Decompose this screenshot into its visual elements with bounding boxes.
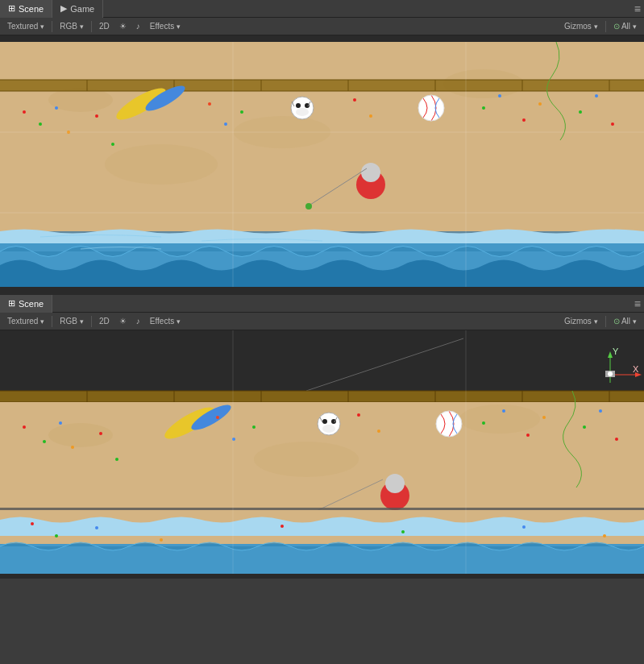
effects-dropdown-1[interactable]: Effects (146, 20, 185, 32)
svg-point-87 (59, 421, 62, 425)
tab-bar-2: ⊞ Scene ≡ (0, 295, 644, 313)
svg-point-30 (208, 102, 211, 106)
svg-point-114 (401, 530, 405, 533)
toggle-2d-2[interactable]: 2D (95, 315, 114, 327)
layers-dropdown-1[interactable]: ⊙ All (609, 20, 641, 32)
scene-icon-2: ⊞ (8, 298, 15, 309)
svg-point-111 (95, 526, 98, 529)
sep-1b (91, 21, 92, 32)
tab-scene-label-2: Scene (19, 299, 44, 309)
svg-point-112 (160, 538, 163, 542)
channel-dropdown-1[interactable]: RGB (56, 20, 88, 32)
svg-point-25 (39, 122, 42, 126)
svg-point-97 (502, 409, 505, 413)
gizmos-dropdown-1[interactable]: Gizmos (560, 20, 602, 32)
svg-point-75 (254, 442, 359, 477)
svg-point-88 (71, 446, 74, 449)
svg-rect-63 (0, 391, 644, 402)
scene-viewport-2[interactable]: Y X ← Persh (0, 330, 644, 580)
svg-point-38 (538, 102, 542, 106)
svg-point-21 (296, 108, 309, 116)
svg-point-41 (611, 122, 614, 126)
scene-panel-1: ⊞ Scene ▶ Game ≡ Textured RGB 2D ☀ ♪ Eff (0, 0, 644, 298)
svg-point-24 (23, 110, 26, 114)
beach-scene-2: Y X ← Persh (0, 330, 644, 580)
tab-game-1[interactable]: ▶ Game (52, 0, 103, 18)
gizmos-dropdown-2[interactable]: Gizmos (560, 315, 602, 327)
svg-text:Y: Y (613, 347, 619, 356)
svg-point-90 (115, 458, 118, 461)
scene-viewport-1[interactable] (0, 35, 644, 293)
svg-point-40 (595, 94, 598, 98)
svg-point-100 (583, 425, 586, 429)
svg-point-98 (526, 434, 530, 437)
svg-point-32 (240, 110, 243, 114)
svg-point-45 (305, 203, 312, 210)
shading-dropdown-2[interactable]: Textured (3, 315, 48, 327)
sun-icon-1: ☀ (119, 22, 127, 31)
svg-point-113 (280, 525, 284, 528)
sound-btn-2[interactable]: ♪ (132, 315, 144, 327)
sep-1a (52, 21, 52, 32)
sound-icon-1: ♪ (136, 22, 140, 31)
toolbar-1: Textured RGB 2D ☀ ♪ Effects Gizmos ⊙ All (0, 18, 644, 35)
svg-rect-0 (0, 35, 644, 42)
toggle-2d-1[interactable]: 2D (95, 20, 114, 32)
svg-point-85 (23, 425, 26, 429)
svg-point-91 (216, 416, 219, 419)
svg-point-80 (322, 419, 327, 424)
sound-icon-2: ♪ (136, 317, 140, 326)
shading-dropdown-1[interactable]: Textured (3, 20, 48, 32)
sun-btn-2[interactable]: ☀ (115, 315, 131, 327)
svg-point-61 (608, 371, 613, 376)
svg-point-43 (361, 163, 380, 182)
svg-point-99 (542, 416, 546, 419)
svg-rect-52 (0, 330, 644, 391)
sep-2a (52, 316, 52, 327)
svg-point-37 (522, 118, 526, 122)
svg-point-110 (55, 534, 58, 537)
tab-game-label-1: Game (70, 4, 94, 14)
svg-point-35 (482, 106, 485, 110)
svg-point-29 (111, 143, 114, 146)
tab-scene-1[interactable]: ⊞ Scene (0, 0, 52, 18)
svg-point-19 (296, 103, 301, 108)
svg-point-36 (498, 94, 501, 98)
viewport-border-bottom-1 (0, 287, 644, 293)
game-icon-1: ▶ (60, 3, 67, 14)
tab-scene-2[interactable]: ⊞ Scene (0, 295, 52, 313)
svg-point-116 (603, 534, 606, 537)
svg-point-34 (369, 114, 372, 118)
panel-menu-btn-1[interactable]: ≡ (634, 2, 644, 15)
svg-point-93 (252, 425, 256, 429)
svg-point-95 (377, 430, 380, 433)
sound-btn-1[interactable]: ♪ (132, 20, 144, 32)
menu-icon-2: ≡ (634, 297, 641, 310)
beach-scene-1 (0, 35, 644, 293)
channel-dropdown-2[interactable]: RGB (56, 315, 88, 327)
svg-point-31 (224, 122, 227, 126)
effects-dropdown-2[interactable]: Effects (146, 315, 185, 327)
svg-point-76 (459, 405, 540, 434)
sun-btn-1[interactable]: ☀ (115, 20, 131, 32)
svg-rect-107 (0, 508, 644, 510)
svg-point-102 (615, 438, 618, 441)
svg-point-96 (482, 421, 485, 425)
svg-point-115 (522, 525, 526, 529)
svg-point-28 (95, 114, 98, 118)
sun-icon-2: ☀ (119, 317, 127, 326)
svg-point-82 (322, 425, 335, 433)
scene-panel-2: ⊞ Scene ≡ Textured RGB 2D ☀ ♪ Effects Gi… (0, 295, 644, 580)
svg-point-26 (55, 106, 58, 110)
svg-point-86 (43, 440, 46, 443)
sep-2c (605, 316, 606, 327)
layers-dropdown-2[interactable]: ⊙ All (609, 315, 641, 327)
svg-point-101 (599, 409, 602, 413)
sep-1c (605, 21, 606, 32)
bottom-area (0, 579, 644, 664)
toolbar-2: Textured RGB 2D ☀ ♪ Effects Gizmos ⊙ All (0, 313, 644, 330)
svg-point-74 (48, 423, 113, 447)
svg-point-39 (579, 110, 582, 114)
panel-menu-btn-2[interactable]: ≡ (634, 297, 644, 310)
svg-point-33 (353, 98, 356, 102)
